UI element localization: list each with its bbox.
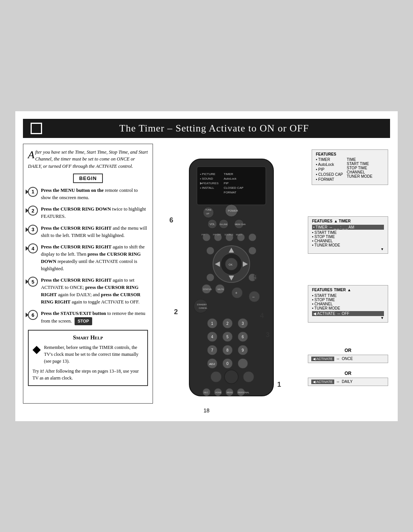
svg-text:▶FEATURES: ▶FEATURES	[200, 182, 219, 185]
svg-text:REC: REC	[204, 391, 208, 394]
menu-overlay-mid: FEATURES ▲ TIMER • TIMER ↔ _ _ : _ _ AM …	[308, 216, 388, 254]
activate-daily-arrow: ↔	[336, 380, 340, 384]
svg-text:7: 7	[211, 348, 213, 352]
stop-badge: STOP	[75, 317, 92, 325]
smart-help-content: ◆ Remember, before setting the TIMER con…	[33, 344, 143, 365]
svg-text:STANDBY: STANDBY	[197, 303, 207, 306]
menu-stoptime: • STOP TIME	[312, 235, 384, 239]
menu-val-channel: CHANNEL	[347, 170, 372, 174]
step-text-4: Press the CURSOR RING RIGHT again to shi…	[41, 243, 148, 272]
page-title: The Timer – Setting Activate to ON or OF…	[46, 123, 382, 134]
activate-daily-value: DAILY	[342, 380, 353, 384]
svg-text:8: 8	[226, 348, 229, 352]
menu-overlay-bot1: FEATURES TIMER ▲ • START TIME • STOP TIM…	[308, 285, 388, 323]
svg-text:2: 2	[226, 321, 229, 326]
menu-timer-arrow: ↔ _ _ : _ _ AM	[329, 225, 354, 229]
callout-1: 1	[277, 381, 281, 389]
svg-text:6: 6	[242, 335, 244, 339]
svg-point-40	[206, 274, 214, 281]
menu-timer-highlighted: • TIMER	[313, 225, 327, 229]
svg-text:3: 3	[242, 321, 244, 326]
step-text-2: Press the CURSOR RING DOWN twice to high…	[41, 206, 148, 220]
menu-item-pip: • PIP	[316, 167, 343, 172]
menu-item-autolock: • AutoLock	[316, 162, 343, 167]
menu-title-features: FEATURES	[316, 152, 384, 156]
svg-text:4: 4	[211, 335, 213, 339]
svg-text:MUTE: MUTE	[218, 288, 224, 290]
menu-section-timer: ▲ TIMER	[334, 219, 351, 223]
menu-feat-label: FEATURES	[312, 288, 332, 292]
svg-text:AutoLock: AutoLock	[224, 177, 237, 180]
menu-scroll-down2: ▼	[312, 316, 384, 320]
svg-point-77	[211, 371, 221, 382]
menu-section-features: FEATURES	[312, 219, 332, 223]
step-text-6: Press the STATUS/EXIT but­ton to remove …	[41, 310, 148, 325]
svg-point-78	[224, 370, 238, 384]
svg-text:–: –	[252, 295, 255, 299]
step-number-3: 3	[28, 225, 38, 235]
svg-text:STATUS: STATUS	[203, 288, 212, 290]
svg-text:MENU: MENU	[227, 391, 233, 394]
header-decoration	[31, 123, 42, 134]
menu-scroll-up-icon: ▲	[347, 288, 351, 292]
svg-text:SOURCE: SOURCE	[224, 234, 234, 236]
svg-text:CANCEL: CANCEL	[199, 307, 207, 309]
svg-text:POWER: POWER	[228, 209, 238, 212]
menu-item-timer: • TIMER	[316, 157, 343, 162]
step-6: 6 Press the STATUS/EXIT but­ton to remov…	[28, 310, 148, 325]
svg-point-79	[243, 371, 254, 382]
step-5: 5 Press the CURSOR RING RIGHT again to s…	[28, 277, 148, 305]
left-column: After you have set the Time, Start Time,…	[23, 144, 153, 404]
smart-help-icon: ◆	[33, 344, 41, 355]
menu-val-time: TIME	[347, 157, 372, 162]
smart-help-title: Smart Help	[33, 334, 143, 341]
step-text-3: Press the CURSOR RING RIGHT and the menu…	[41, 225, 148, 239]
smart-help-text-2: Try it! After following the steps on pag…	[33, 368, 143, 381]
svg-point-76	[238, 358, 248, 368]
remote-area: • PICTURE TIMER • SOUND AutoLock ▶FEATUR…	[159, 144, 390, 404]
svg-text:5: 5	[226, 335, 229, 339]
begin-label: BEGIN	[73, 174, 103, 183]
menu-tunermode2: • TUNER MODE	[312, 306, 384, 310]
callout-5: 5	[254, 274, 257, 282]
menu-activate-highlighted: ◀ ACTIVATE	[313, 311, 335, 316]
menu-timer-label: TIMER	[334, 288, 346, 292]
menu-overlay-top: FEATURES • TIMER • AutoLock • PIP • CLOS…	[312, 149, 388, 185]
step-1: 1 Press the MENU button on the remote co…	[28, 187, 148, 201]
svg-text:OK: OK	[229, 263, 233, 266]
right-column: • PICTURE TIMER • SOUND AutoLock ▶FEATUR…	[159, 144, 390, 404]
menu-scroll-down: ▼	[312, 247, 384, 251]
step-text-1: Press the MENU button on the remote cont…	[41, 187, 148, 201]
svg-text:1: 1	[211, 321, 213, 326]
svg-text:• PICTURE: • PICTURE	[200, 172, 215, 176]
step-number-1: 1	[28, 187, 38, 197]
svg-text:TIMER: TIMER	[224, 172, 233, 176]
svg-text:9: 9	[242, 348, 244, 352]
svg-text:PIP: PIP	[202, 234, 205, 236]
svg-text:MULTI: MULTI	[236, 234, 242, 236]
callout-3: 3	[266, 331, 270, 339]
menu-channel2: • CHANNEL	[312, 302, 384, 306]
step-text-5: Press the CURSOR RING RIGHT again to set…	[41, 277, 148, 305]
svg-point-26	[249, 234, 256, 241]
callout-2: 2	[174, 308, 178, 316]
or-once-section: OR ◀ ACTIVATE ↔ ONCE	[308, 346, 388, 363]
step-number-4: 4	[28, 243, 38, 253]
svg-text:UP: UP	[206, 212, 209, 215]
svg-point-51	[194, 299, 208, 313]
svg-text:IN-LINE: IN-LINE	[220, 223, 228, 225]
activate-once-value: ONCE	[342, 357, 353, 361]
step-number-2: 2	[28, 206, 38, 216]
drop-cap: A	[28, 149, 34, 160]
page-header: The Timer – Setting Activate to ON or OF…	[23, 119, 390, 138]
menu-item-closedcap: • CLOSED CAP	[316, 172, 343, 177]
callout-4: 4	[260, 312, 264, 320]
callout-6: 6	[169, 216, 173, 224]
menu-stoptime2: • STOP TIME	[312, 298, 384, 302]
svg-point-41	[249, 247, 256, 255]
svg-point-39	[206, 247, 214, 255]
main-content: After you have set the Time, Start Time,…	[23, 144, 390, 404]
svg-text:0: 0	[226, 362, 229, 366]
svg-text:PIP OFF: PIP OFF	[213, 234, 221, 236]
menu-val-stoptime: STOP TIME	[347, 166, 372, 170]
